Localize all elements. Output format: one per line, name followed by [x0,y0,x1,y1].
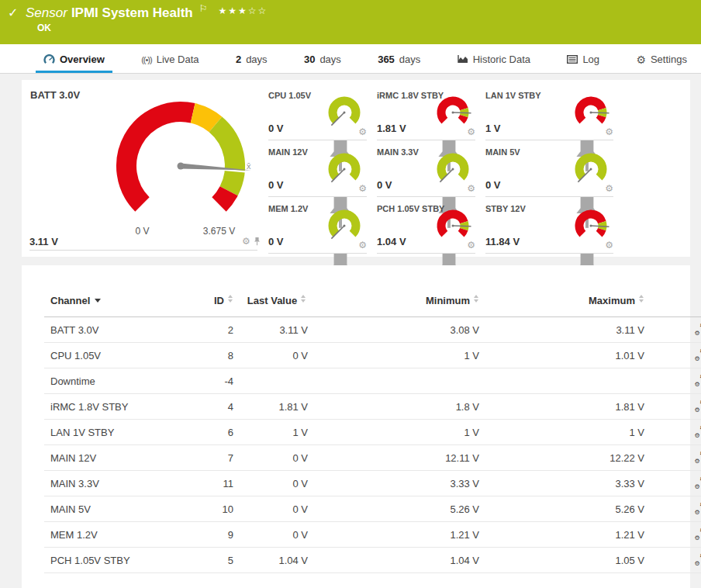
column-header-last-value[interactable]: Last Value [240,265,314,317]
gauge-value: 1.04 V [377,236,406,247]
gauge [434,93,471,130]
tab-365-days[interactable]: 365days [375,54,423,73]
cell-channel: BATT 3.0V [44,317,188,343]
tab-label: Overview [60,54,105,65]
cell-edit: ⚙⚙ [651,445,701,471]
primary-gauge-scale-min: 0 V [121,226,164,237]
edit-channel-gears-icon[interactable]: ⚙⚙ [695,425,701,438]
cell-channel: MAIN 12V [44,445,188,471]
column-label: Minimum [426,295,470,306]
cell-max: 1.05 V [485,548,651,573]
edit-channel-gears-icon[interactable]: ⚙⚙ [695,399,701,412]
cell-min: 5.26 V [314,496,485,522]
tab-2-days[interactable]: 2days [233,54,271,73]
table-row: iRMC 1.8V STBY41.81 V1.8 V1.81 V⚙⚙ [44,394,701,420]
edit-channel-gears-icon[interactable]: ⚙⚙ [695,553,701,566]
cell-edit: ⚙⚙ [651,394,701,420]
edit-channel-gears-icon[interactable]: ⚙⚙ [695,374,701,386]
status-badge: OK [37,22,51,33]
favorite-flag-icon[interactable]: ⚐ [199,3,208,14]
gauge [572,93,609,130]
gauge-settings-gear-icon[interactable]: ⚙ [605,127,613,137]
gauge-value: 1 V [485,123,501,134]
gauge-value: 0 V [268,179,284,191]
primary-gauge-value: 3.11 V [29,236,58,247]
gauge-settings-gear-icon[interactable]: ⚙ [605,184,613,193]
gauge-title: LAN 1V STBY [485,91,541,100]
cell-edit: ⚙⚙ [651,471,701,496]
cell-min: 1.04 V [314,548,485,573]
column-header-id[interactable]: ID [188,265,240,317]
gauge-cell-icons: ⚙ [467,184,475,193]
gauge-settings-gear-icon[interactable]: ⚙ [605,240,613,250]
cell-min: 1.8 V [314,394,485,420]
column-header-maximum[interactable]: Maximum [485,265,651,317]
tab-live-data[interactable]: ((•))Live Data [138,54,202,73]
sensor-kind-label: Sensor [26,5,67,20]
gauge [326,206,363,244]
cell-last: 0 V [240,343,314,368]
gauge-settings-gear-icon[interactable]: ⚙ [358,127,367,137]
gauge-settings-gear-icon[interactable]: ⚙ [358,184,367,193]
cell-id: 8 [188,343,240,368]
column-header-edit [651,265,701,317]
cell-max: 3.11 V [485,317,651,343]
gauge-cell-icons: ⚙ [605,240,613,250]
cell-edit: ⚙⚙ [651,420,701,445]
table-row: PCH 1.05V STBY51.04 V1.04 V1.05 V⚙⚙ [44,548,701,573]
edit-channel-gears-icon[interactable]: ⚙⚙ [695,502,701,514]
edit-channel-gears-icon[interactable]: ⚙⚙ [695,323,701,335]
tab-log[interactable]: Log [564,54,603,73]
gauge-cell: CPU 1.05V0 V⚙ [262,84,371,140]
column-header-channel[interactable]: Channel [44,265,188,317]
column-header-minimum[interactable]: Minimum [314,265,485,317]
column-label: Last Value [247,295,297,306]
gauge-settings-gear-icon[interactable]: ⚙ [467,184,475,193]
cell-id: 7 [188,445,240,471]
gauge-icon [43,54,55,64]
gauge-settings-gear-icon[interactable]: ⚙ [358,240,367,250]
tab-label: days [246,54,267,65]
gauge-value: 1.81 V [377,123,406,134]
cell-channel: MAIN 3.3V [44,471,188,496]
table-row: LAN 1V STBY61 V1 V1 V⚙⚙ [44,420,701,445]
gauge-cell: MAIN 3.3V0 V⚙ [371,140,479,197]
gear-icon: ⚙ [695,330,700,337]
tab-historic-data[interactable]: Historic Data [454,54,534,73]
sensor-header: ✓ SensorIPMI System Health⚐★★★☆☆ OK [0,0,701,44]
table-row: MAIN 3.3V110 V3.33 V3.33 V⚙⚙ [44,471,701,496]
sort-toggle-icon [474,295,479,303]
tab-label: Historic Data [473,54,530,65]
gauge-title: MAIN 5V [485,147,520,157]
gauge [326,93,363,130]
gauge-settings-gear-icon[interactable]: ⚙ [242,237,250,246]
cell-last [240,368,314,394]
tab-overview[interactable]: Overview [40,54,108,73]
table-row: MAIN 5V100 V5.26 V5.26 V⚙⚙ [44,496,701,522]
tab-30-days[interactable]: 30days [301,54,344,73]
cell-max: 1 V [485,420,651,445]
gear-icon: ⚙ [695,484,700,490]
table-header-row: ChannelIDLast ValueMinimumMaximum [44,265,701,317]
edit-channel-gears-icon[interactable]: ⚙⚙ [695,476,701,489]
table-row: CPU 1.05V80 V1 V1.01 V⚙⚙ [44,343,701,368]
primary-gauge-scale-max: 3.675 V [194,226,244,237]
edit-channel-gears-icon[interactable]: ⚙⚙ [695,348,701,361]
edit-channel-gears-icon[interactable]: ⚙⚙ [695,527,701,540]
cell-max [485,368,651,394]
gauge-settings-gear-icon[interactable]: ⚙ [467,127,475,137]
pin-icon[interactable] [254,237,261,246]
cell-last: 1.81 V [240,394,314,420]
gear-icon: ⚙ [695,433,700,439]
gauge-settings-gear-icon[interactable]: ⚙ [467,240,475,250]
gauge [434,150,471,187]
cell-channel: CPU 1.05V [44,343,188,368]
edit-channel-gears-icon[interactable]: ⚙⚙ [695,451,701,463]
priority-stars[interactable]: ★★★☆☆ [218,5,268,16]
gauge-cell: iRMC 1.8V STBY1.81 V⚙ [371,84,479,140]
status-ok-check-icon: ✓ [8,5,18,20]
column-label: Maximum [589,295,635,306]
gauge-title: MEM 1.2V [268,204,308,213]
gauge-cell: STBY 12V11.84 V⚙ [479,197,617,254]
tab-settings[interactable]: ⚙Settings [633,54,690,73]
